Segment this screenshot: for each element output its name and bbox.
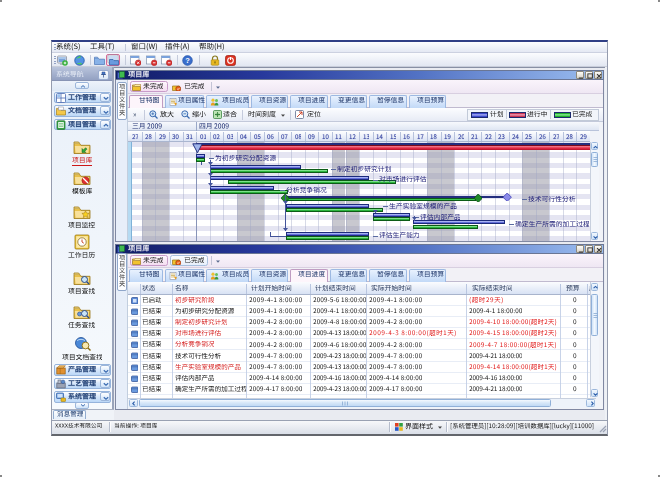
svg-text:?: ? [185, 56, 190, 65]
